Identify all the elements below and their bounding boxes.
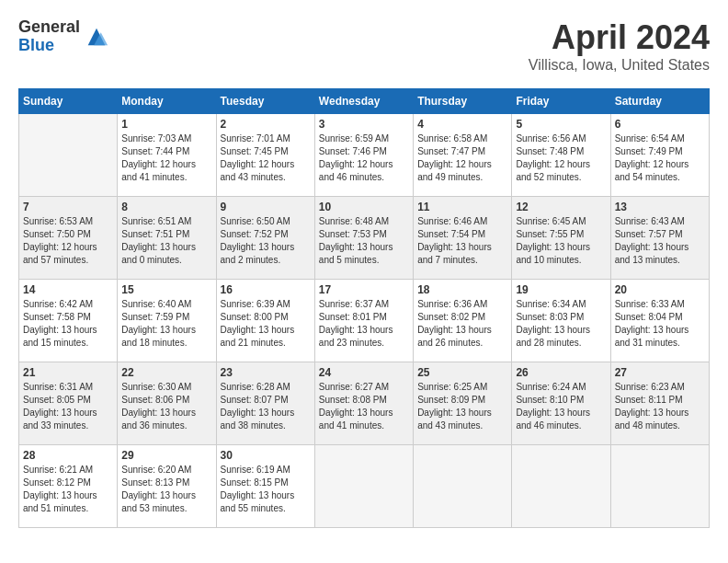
calendar-cell: 18Sunrise: 6:36 AMSunset: 8:02 PMDayligh… bbox=[414, 280, 512, 362]
day-info: Sunrise: 7:01 AMSunset: 7:45 PMDaylight:… bbox=[221, 132, 311, 184]
header-friday: Friday bbox=[512, 89, 610, 114]
day-number: 27 bbox=[615, 366, 705, 379]
calendar-cell: 10Sunrise: 6:48 AMSunset: 7:53 PMDayligh… bbox=[314, 197, 413, 280]
calendar-cell: 30Sunrise: 6:19 AMSunset: 8:15 PMDayligh… bbox=[216, 445, 314, 528]
day-number: 11 bbox=[417, 201, 507, 213]
calendar-cell: 2Sunrise: 7:01 AMSunset: 7:45 PMDaylight… bbox=[216, 114, 314, 197]
calendar-cell: 8Sunrise: 6:51 AMSunset: 7:51 PMDaylight… bbox=[118, 197, 216, 280]
day-number: 4 bbox=[417, 118, 507, 131]
location-title: Villisca, Iowa, United States bbox=[529, 57, 710, 74]
day-number: 17 bbox=[319, 283, 409, 296]
day-info: Sunrise: 6:50 AMSunset: 7:52 PMDaylight:… bbox=[221, 215, 311, 267]
calendar-cell: 20Sunrise: 6:33 AMSunset: 8:04 PMDayligh… bbox=[610, 280, 709, 362]
day-number: 8 bbox=[121, 201, 211, 213]
day-info: Sunrise: 6:34 AMSunset: 8:03 PMDaylight:… bbox=[516, 298, 606, 350]
day-number: 3 bbox=[319, 118, 409, 131]
calendar-cell bbox=[19, 114, 118, 197]
day-info: Sunrise: 6:31 AMSunset: 8:05 PMDaylight:… bbox=[23, 381, 113, 432]
day-info: Sunrise: 6:56 AMSunset: 7:48 PMDaylight:… bbox=[516, 132, 606, 184]
day-number: 9 bbox=[221, 201, 311, 213]
logo: General Blue bbox=[18, 18, 109, 55]
logo-blue: Blue bbox=[18, 37, 80, 55]
calendar-cell: 25Sunrise: 6:25 AMSunset: 8:09 PMDayligh… bbox=[414, 362, 512, 445]
day-info: Sunrise: 6:39 AMSunset: 8:00 PMDaylight:… bbox=[221, 298, 311, 350]
day-number: 6 bbox=[615, 118, 705, 131]
day-number: 1 bbox=[121, 118, 211, 131]
header-thursday: Thursday bbox=[414, 89, 512, 114]
day-info: Sunrise: 6:46 AMSunset: 7:54 PMDaylight:… bbox=[417, 215, 507, 267]
day-info: Sunrise: 6:37 AMSunset: 8:01 PMDaylight:… bbox=[319, 298, 409, 350]
calendar-cell: 28Sunrise: 6:21 AMSunset: 8:12 PMDayligh… bbox=[19, 445, 118, 528]
day-info: Sunrise: 6:59 AMSunset: 7:46 PMDaylight:… bbox=[319, 132, 409, 184]
day-number: 21 bbox=[23, 366, 113, 379]
calendar-cell: 11Sunrise: 6:46 AMSunset: 7:54 PMDayligh… bbox=[414, 197, 512, 280]
page-header: General Blue April 2024 Villisca, Iowa, … bbox=[18, 18, 710, 74]
day-info: Sunrise: 6:19 AMSunset: 8:15 PMDaylight:… bbox=[221, 464, 311, 515]
calendar-cell: 16Sunrise: 6:39 AMSunset: 8:00 PMDayligh… bbox=[216, 280, 314, 362]
day-number: 26 bbox=[516, 366, 606, 379]
header-monday: Monday bbox=[118, 89, 216, 114]
day-info: Sunrise: 6:23 AMSunset: 8:11 PMDaylight:… bbox=[615, 381, 705, 432]
day-number: 23 bbox=[221, 366, 311, 379]
day-info: Sunrise: 6:27 AMSunset: 8:08 PMDaylight:… bbox=[319, 381, 409, 432]
calendar-cell: 9Sunrise: 6:50 AMSunset: 7:52 PMDaylight… bbox=[216, 197, 314, 280]
title-section: April 2024 Villisca, Iowa, United States bbox=[529, 18, 710, 74]
day-info: Sunrise: 6:51 AMSunset: 7:51 PMDaylight:… bbox=[121, 215, 211, 267]
calendar-cell: 13Sunrise: 6:43 AMSunset: 7:57 PMDayligh… bbox=[610, 197, 709, 280]
day-info: Sunrise: 6:20 AMSunset: 8:13 PMDaylight:… bbox=[121, 464, 211, 515]
calendar-cell: 14Sunrise: 6:42 AMSunset: 7:58 PMDayligh… bbox=[19, 280, 118, 362]
day-number: 16 bbox=[221, 283, 311, 296]
calendar-cell: 3Sunrise: 6:59 AMSunset: 7:46 PMDaylight… bbox=[314, 114, 413, 197]
day-number: 14 bbox=[23, 283, 113, 296]
day-info: Sunrise: 6:45 AMSunset: 7:55 PMDaylight:… bbox=[516, 215, 606, 267]
day-info: Sunrise: 6:42 AMSunset: 7:58 PMDaylight:… bbox=[23, 298, 113, 350]
day-number: 19 bbox=[516, 283, 606, 296]
calendar-cell: 23Sunrise: 6:28 AMSunset: 8:07 PMDayligh… bbox=[216, 362, 314, 445]
day-info: Sunrise: 6:53 AMSunset: 7:50 PMDaylight:… bbox=[23, 215, 113, 267]
calendar-cell: 17Sunrise: 6:37 AMSunset: 8:01 PMDayligh… bbox=[314, 280, 413, 362]
calendar-cell: 1Sunrise: 7:03 AMSunset: 7:44 PMDaylight… bbox=[118, 114, 216, 197]
week-row-1: 1Sunrise: 7:03 AMSunset: 7:44 PMDaylight… bbox=[19, 114, 710, 197]
day-number: 29 bbox=[121, 449, 211, 462]
calendar-cell: 22Sunrise: 6:30 AMSunset: 8:06 PMDayligh… bbox=[118, 362, 216, 445]
calendar-cell: 5Sunrise: 6:56 AMSunset: 7:48 PMDaylight… bbox=[512, 114, 610, 197]
day-number: 30 bbox=[221, 449, 311, 462]
header-sunday: Sunday bbox=[19, 89, 118, 114]
calendar-table: SundayMondayTuesdayWednesdayThursdayFrid… bbox=[18, 88, 710, 528]
logo-icon bbox=[84, 24, 109, 50]
header-saturday: Saturday bbox=[610, 89, 709, 114]
day-number: 15 bbox=[121, 283, 211, 296]
calendar-cell bbox=[414, 445, 512, 528]
day-number: 7 bbox=[23, 201, 113, 213]
calendar-cell bbox=[512, 445, 610, 528]
day-number: 12 bbox=[516, 201, 606, 213]
calendar-cell: 4Sunrise: 6:58 AMSunset: 7:47 PMDaylight… bbox=[414, 114, 512, 197]
calendar-cell: 26Sunrise: 6:24 AMSunset: 8:10 PMDayligh… bbox=[512, 362, 610, 445]
month-title: April 2024 bbox=[529, 18, 710, 57]
day-number: 18 bbox=[417, 283, 507, 296]
week-row-5: 28Sunrise: 6:21 AMSunset: 8:12 PMDayligh… bbox=[19, 445, 710, 528]
day-number: 13 bbox=[615, 201, 705, 213]
day-info: Sunrise: 6:40 AMSunset: 7:59 PMDaylight:… bbox=[121, 298, 211, 350]
calendar-cell: 27Sunrise: 6:23 AMSunset: 8:11 PMDayligh… bbox=[610, 362, 709, 445]
day-info: Sunrise: 6:30 AMSunset: 8:06 PMDaylight:… bbox=[121, 381, 211, 432]
calendar-cell: 12Sunrise: 6:45 AMSunset: 7:55 PMDayligh… bbox=[512, 197, 610, 280]
week-row-3: 14Sunrise: 6:42 AMSunset: 7:58 PMDayligh… bbox=[19, 280, 710, 362]
day-info: Sunrise: 6:24 AMSunset: 8:10 PMDaylight:… bbox=[516, 381, 606, 432]
day-number: 20 bbox=[615, 283, 705, 296]
calendar-cell: 7Sunrise: 6:53 AMSunset: 7:50 PMDaylight… bbox=[19, 197, 118, 280]
calendar-header-row: SundayMondayTuesdayWednesdayThursdayFrid… bbox=[19, 89, 710, 114]
day-number: 25 bbox=[417, 366, 507, 379]
calendar-cell: 19Sunrise: 6:34 AMSunset: 8:03 PMDayligh… bbox=[512, 280, 610, 362]
week-row-4: 21Sunrise: 6:31 AMSunset: 8:05 PMDayligh… bbox=[19, 362, 710, 445]
day-info: Sunrise: 6:48 AMSunset: 7:53 PMDaylight:… bbox=[319, 215, 409, 267]
week-row-2: 7Sunrise: 6:53 AMSunset: 7:50 PMDaylight… bbox=[19, 197, 710, 280]
day-info: Sunrise: 6:54 AMSunset: 7:49 PMDaylight:… bbox=[615, 132, 705, 184]
calendar-cell: 24Sunrise: 6:27 AMSunset: 8:08 PMDayligh… bbox=[314, 362, 413, 445]
calendar-cell bbox=[610, 445, 709, 528]
calendar-cell bbox=[314, 445, 413, 528]
day-info: Sunrise: 6:58 AMSunset: 7:47 PMDaylight:… bbox=[417, 132, 507, 184]
day-info: Sunrise: 6:43 AMSunset: 7:57 PMDaylight:… bbox=[615, 215, 705, 267]
day-info: Sunrise: 6:28 AMSunset: 8:07 PMDaylight:… bbox=[221, 381, 311, 432]
calendar-cell: 15Sunrise: 6:40 AMSunset: 7:59 PMDayligh… bbox=[118, 280, 216, 362]
